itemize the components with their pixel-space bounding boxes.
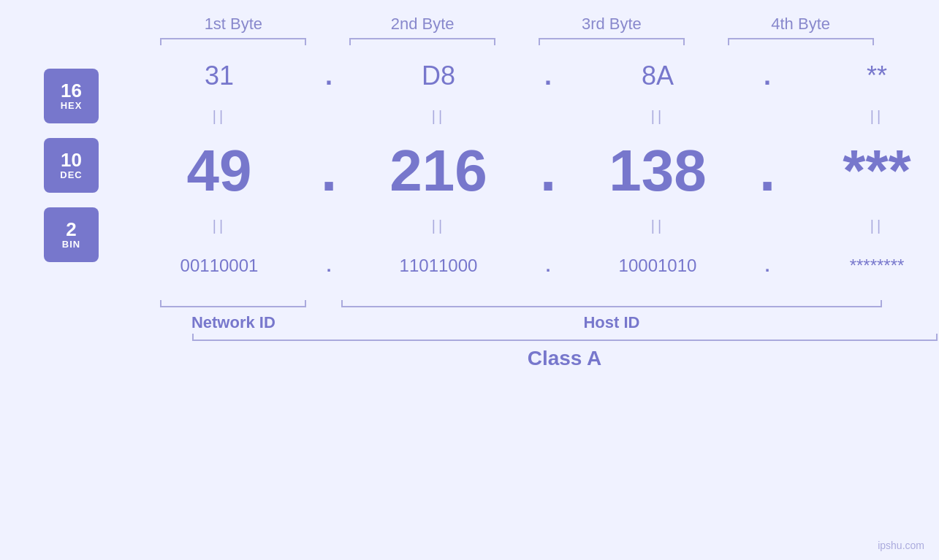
hex-b1: 31: [146, 61, 292, 91]
bracket-top-1: [160, 38, 306, 39]
bin-badge: 2 BIN: [44, 207, 99, 262]
eq7: ||: [559, 218, 756, 234]
bin-b4: ********: [804, 256, 939, 276]
hex-b4: **: [804, 61, 939, 91]
class-label: Class A: [528, 347, 602, 370]
dot-dec-2: .: [537, 142, 559, 200]
bin-b2: 11011000: [365, 256, 512, 276]
network-id-section: Network ID: [139, 299, 328, 332]
eq5: ||: [121, 218, 318, 234]
host-id-section: Host ID: [328, 299, 895, 332]
content-area: 16 HEX 10 DEC 2 BIN 31 . D8: [44, 47, 895, 295]
eq4: ||: [778, 108, 939, 125]
hex-row: 31 . D8 . 8A . **: [121, 47, 939, 105]
bracket-top-4: [728, 38, 874, 39]
eq3: ||: [559, 108, 756, 125]
host-id-label: Host ID: [583, 313, 639, 332]
dec-b1: 49: [146, 137, 292, 204]
bottom-section: Network ID Host ID Class A: [44, 299, 895, 370]
host-bracket: [341, 306, 882, 307]
bin-b4-cell: ********: [778, 256, 939, 276]
dec-row: 49 . 216 . 138 . ***: [121, 127, 939, 215]
base-labels: 16 HEX 10 DEC 2 BIN: [44, 69, 99, 262]
dot-hex-2: .: [537, 63, 559, 89]
hex-b3-cell: 8A: [559, 61, 756, 91]
bracket-top-2: [349, 38, 495, 39]
bin-b1: 00110001: [146, 256, 292, 276]
hex-badge: 16 HEX: [44, 69, 99, 123]
equals-dec-bin: || || || ||: [121, 215, 939, 237]
hex-b2: D8: [365, 61, 512, 91]
hex-b3: 8A: [585, 61, 731, 91]
bin-b1-cell: 00110001: [121, 256, 318, 276]
dec-b2-cell: 216: [340, 137, 537, 204]
dot-hex-1: .: [318, 63, 340, 89]
dot-dec-1: .: [318, 142, 340, 200]
dec-b4: ***: [804, 137, 939, 204]
class-bracket: [192, 340, 938, 341]
hex-b1-cell: 31: [121, 61, 318, 91]
dot-bin-1: .: [318, 257, 340, 275]
dec-b2: 216: [365, 137, 512, 204]
equals-hex-dec: || || || ||: [121, 105, 939, 127]
dot-bin-3: .: [756, 257, 778, 275]
class-row: Class A: [139, 340, 895, 370]
dec-b3-cell: 138: [559, 137, 756, 204]
byte-header-1: 1st Byte: [139, 15, 328, 39]
dec-b4-cell: ***: [778, 137, 939, 204]
bracket-top-3: [539, 38, 685, 39]
byte-header-2: 2nd Byte: [328, 15, 517, 39]
dot-hex-3: .: [756, 63, 778, 89]
eq8: ||: [778, 218, 939, 234]
eq2: ||: [340, 108, 537, 125]
watermark: ipshu.com: [878, 540, 924, 551]
bin-b3: 10001010: [585, 256, 731, 276]
byte-header-4: 4th Byte: [706, 15, 895, 39]
dec-b3: 138: [585, 137, 731, 204]
hex-b4-cell: **: [778, 61, 939, 91]
byte-headers: 1st Byte 2nd Byte 3rd Byte 4th Byte: [44, 15, 895, 39]
dec-b1-cell: 49: [121, 137, 318, 204]
eq1: ||: [121, 108, 318, 125]
hex-b2-cell: D8: [340, 61, 537, 91]
byte-header-3: 3rd Byte: [517, 15, 707, 39]
bracket-labels-row: Network ID Host ID: [139, 299, 895, 332]
dot-dec-3: .: [756, 142, 778, 200]
dot-bin-2: .: [537, 257, 559, 275]
bin-row: 00110001 . 11011000 . 10001010 . *******…: [121, 237, 939, 295]
network-id-label: Network ID: [191, 313, 275, 332]
bin-b2-cell: 11011000: [340, 256, 537, 276]
bin-b3-cell: 10001010: [559, 256, 756, 276]
eq6: ||: [340, 218, 537, 234]
ip-grid: 31 . D8 . 8A . ** || ||: [121, 47, 939, 295]
dec-badge: 10 DEC: [44, 138, 99, 193]
network-bracket: [160, 306, 306, 307]
